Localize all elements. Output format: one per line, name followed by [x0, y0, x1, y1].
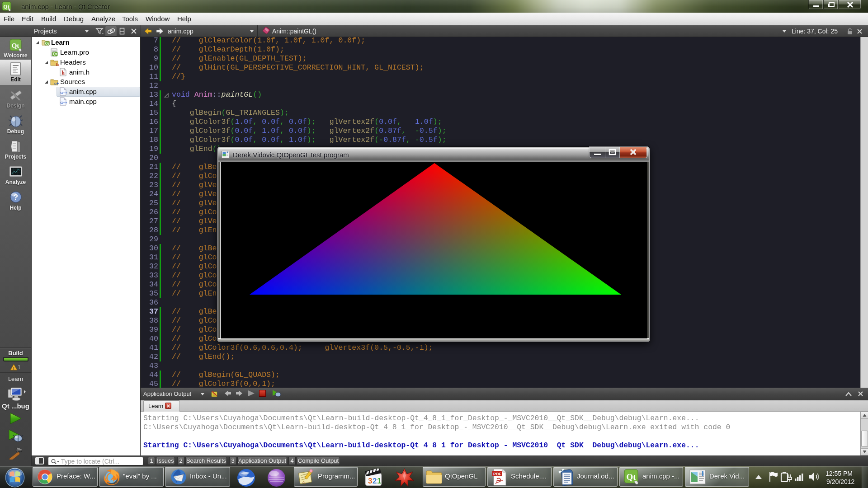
- svg-text:!: !: [13, 366, 14, 371]
- svg-text:Qt: Qt: [626, 472, 636, 482]
- svg-text:1: 1: [377, 477, 381, 485]
- svg-text:h: h: [61, 70, 65, 76]
- svg-text:3: 3: [368, 477, 372, 485]
- svg-text:2: 2: [373, 477, 377, 485]
- svg-text:PDF: PDF: [493, 472, 502, 476]
- svg-text:?: ?: [13, 193, 18, 202]
- svg-text:c+: c+: [54, 81, 59, 86]
- svg-text:Qt: Qt: [45, 42, 49, 46]
- svg-text:C++: C++: [61, 101, 67, 105]
- svg-text:Qt: Qt: [53, 52, 57, 56]
- svg-text:h: h: [56, 61, 59, 66]
- svg-text:C++: C++: [61, 91, 67, 95]
- svg-text:Qt: Qt: [11, 42, 19, 49]
